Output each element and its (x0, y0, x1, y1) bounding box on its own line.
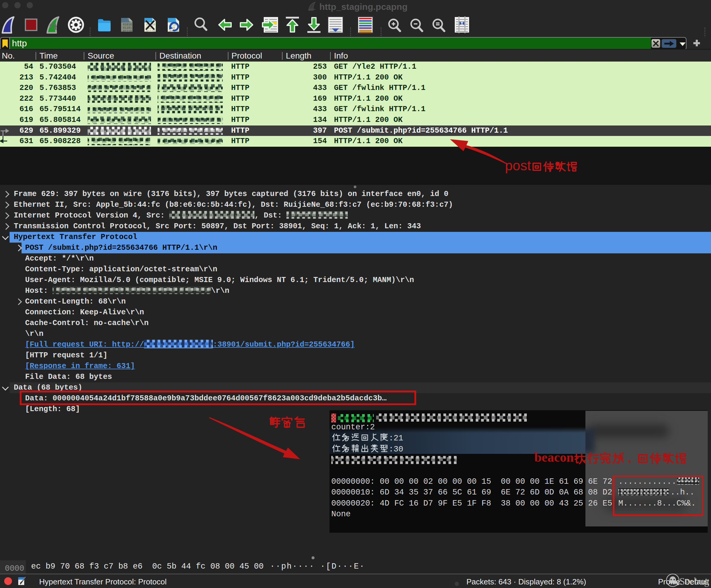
svg-text:01110: 01110 (123, 29, 132, 33)
svg-text:01110: 01110 (146, 29, 155, 33)
svg-text:01101: 01101 (123, 26, 132, 29)
svg-text:01010: 01010 (123, 23, 132, 26)
